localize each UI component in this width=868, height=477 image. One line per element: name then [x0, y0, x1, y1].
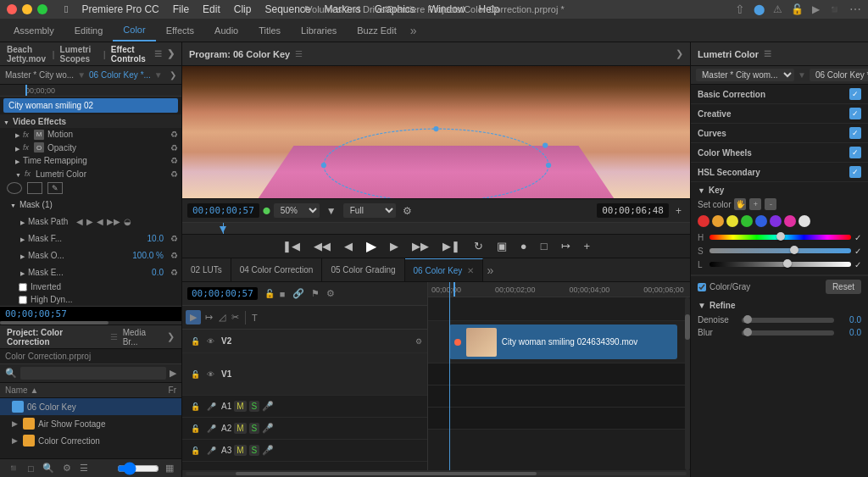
- tl-linked-btn[interactable]: 🔗: [291, 286, 306, 301]
- inverted-row[interactable]: Inverted: [0, 280, 181, 293]
- swatch-pink[interactable]: [784, 215, 796, 227]
- timeline-scrollbar-thumb[interactable]: [685, 314, 690, 340]
- tab-titles[interactable]: Titles: [248, 19, 291, 42]
- lc-clip-select[interactable]: 06 Color Key * Ci...: [810, 69, 868, 81]
- v2-settings-btn[interactable]: ⚙: [414, 336, 424, 347]
- close-button[interactable]: [7, 4, 17, 14]
- ec-clip-select[interactable]: 06 Color Key *...: [89, 70, 151, 80]
- tab-effects[interactable]: Effects: [156, 19, 204, 42]
- timeline-tab-color-key[interactable]: 06 Color Key ✕: [405, 258, 484, 281]
- s-slider[interactable]: [709, 246, 851, 256]
- mask-expansion-value[interactable]: 0.0: [152, 268, 164, 277]
- edit-menu[interactable]: Edit: [203, 3, 220, 15]
- tl-markers-btn[interactable]: ⚑: [309, 286, 321, 301]
- key-section-header[interactable]: ▼ Key: [698, 186, 861, 195]
- maximize-button[interactable]: [37, 4, 47, 14]
- timeline-tab-luts[interactable]: 02 LUTs: [182, 258, 231, 281]
- a2-mute-btn[interactable]: M: [234, 423, 246, 434]
- hsl-secondary-check[interactable]: ✓: [849, 166, 861, 178]
- pm-back-to-in-btn[interactable]: ❚◀: [279, 238, 303, 254]
- timeline-ruler[interactable]: 00;00;00 00;00;02;00 00;00;04;00 00;00;0…: [428, 282, 690, 297]
- list-view-btn[interactable]: ☰: [77, 461, 91, 475]
- basic-correction-check[interactable]: ✓: [849, 88, 861, 100]
- swatch-blue[interactable]: [755, 215, 767, 227]
- a1-solo-btn[interactable]: S: [249, 401, 260, 412]
- pm-insert-btn[interactable]: □: [537, 238, 551, 254]
- lc-color-wheels[interactable]: Color Wheels ✓: [691, 143, 868, 163]
- v1-clip[interactable]: City woman smiling 024634390.mov: [449, 324, 677, 359]
- effect-controls-tab[interactable]: Effect Controls: [111, 45, 147, 64]
- reset-button[interactable]: Reset: [826, 280, 861, 294]
- creative-check[interactable]: ✓: [849, 108, 861, 119]
- razor-tool-btn[interactable]: ✂: [230, 310, 241, 324]
- opacity-effect-row[interactable]: fx O Opacity ♻: [0, 141, 181, 154]
- denoise-thumb[interactable]: [743, 315, 752, 324]
- panel-expand-btn[interactable]: ❯: [167, 48, 175, 59]
- pm-overwrite-btn[interactable]: ↦: [558, 238, 574, 254]
- lc-master-select[interactable]: Master * City wom...: [696, 69, 794, 81]
- h-slider[interactable]: [709, 232, 851, 242]
- icon-view-btn[interactable]: ▦: [163, 461, 176, 475]
- lc-creative[interactable]: Creative ✓: [691, 104, 868, 124]
- zoom-slider[interactable]: [117, 462, 159, 475]
- timeline-more-btn[interactable]: »: [487, 263, 493, 277]
- swatch-orange[interactable]: [712, 215, 724, 227]
- mask-opacity-value[interactable]: 100.0 %: [132, 251, 164, 260]
- timeline-tab-color-correction[interactable]: 04 Color Correction: [231, 258, 323, 281]
- inverted-checkbox[interactable]: [19, 283, 27, 291]
- apple-menu[interactable]: : [64, 3, 68, 15]
- pm-quality-select[interactable]: Full Half Quarter: [343, 203, 396, 218]
- pm-zoom-select[interactable]: 50% 100% 25% Fit: [274, 203, 320, 218]
- swatch-purple[interactable]: [770, 215, 782, 227]
- ec-expand-btn[interactable]: ❯: [170, 70, 176, 80]
- pm-step-back-btn[interactable]: ◀◀: [310, 238, 334, 254]
- pm-settings-btn[interactable]: ⚙: [399, 203, 415, 219]
- swatch-yellow[interactable]: [726, 215, 738, 227]
- a2-mic-btn[interactable]: 🎤: [262, 423, 274, 434]
- minimize-button[interactable]: [22, 4, 32, 14]
- time-remapping-row[interactable]: Time Remapping ♻: [0, 154, 181, 168]
- pm-fit-btn[interactable]: ▼: [323, 203, 340, 219]
- pm-timecode-in[interactable]: 00;00;00;57: [187, 203, 259, 218]
- a3-mute-btn[interactable]: M: [234, 445, 246, 456]
- refine-header[interactable]: ▼ Refine: [698, 301, 861, 310]
- mask-header[interactable]: Mask (1): [0, 196, 181, 213]
- a1-mic-btn[interactable]: 🎤: [262, 401, 274, 412]
- lc-basic-correction[interactable]: Basic Correction ✓: [691, 85, 868, 104]
- s-slider-thumb[interactable]: [790, 246, 798, 254]
- mask-feather-row[interactable]: Mask F... 10.0 ♻: [0, 230, 181, 247]
- oval-mask-btn[interactable]: [7, 182, 22, 194]
- lumetri-color-row[interactable]: fx Lumetri Color ♻: [0, 167, 181, 180]
- tl-settings-btn[interactable]: ⚙: [325, 286, 337, 301]
- swatch-green[interactable]: [741, 215, 753, 227]
- settings-btn[interactable]: ⚙: [60, 461, 74, 475]
- pm-safe-margins-btn[interactable]: ▣: [493, 238, 510, 254]
- a2-solo-btn[interactable]: S: [249, 423, 260, 434]
- track-select-tool-btn[interactable]: ↦: [203, 310, 214, 324]
- tab-audio[interactable]: Audio: [204, 19, 248, 42]
- swatch-red[interactable]: [698, 215, 709, 227]
- color-gray-check[interactable]: Color/Gray: [698, 282, 750, 291]
- mask-opacity-row[interactable]: Mask O... 100.0 % ♻: [0, 247, 181, 263]
- pm-loop-btn[interactable]: ↻: [470, 238, 487, 254]
- pen-mask-btn[interactable]: ✎: [47, 182, 63, 194]
- l-slider-thumb[interactable]: [783, 259, 792, 268]
- project-item-color-key[interactable]: 06 Color Key: [0, 398, 181, 415]
- timeline-scrollbar-v[interactable]: [685, 297, 690, 470]
- video-effects-section[interactable]: Video Effects: [0, 114, 181, 128]
- blur-slider[interactable]: [742, 330, 834, 336]
- eyedropper-minus-icon[interactable]: -: [765, 198, 776, 210]
- pm-ruler[interactable]: [182, 222, 690, 234]
- selection-tool-btn[interactable]: ▶: [186, 310, 201, 324]
- project-expand-btn[interactable]: ❯: [167, 331, 175, 342]
- file-menu[interactable]: File: [173, 3, 189, 15]
- color-wheels-check[interactable]: ✓: [849, 147, 861, 158]
- playhead[interactable]: [453, 282, 455, 297]
- tab-editing[interactable]: Editing: [64, 19, 114, 42]
- lumetri-scopes-tab[interactable]: Lumetri Scopes: [60, 45, 98, 64]
- pm-step-fwd-btn[interactable]: ▶▶: [409, 238, 432, 254]
- denoise-slider[interactable]: [742, 318, 834, 323]
- color-gray-checkbox[interactable]: [698, 283, 706, 291]
- project-search-input[interactable]: [20, 367, 166, 380]
- clip-menu[interactable]: Clip: [234, 3, 252, 15]
